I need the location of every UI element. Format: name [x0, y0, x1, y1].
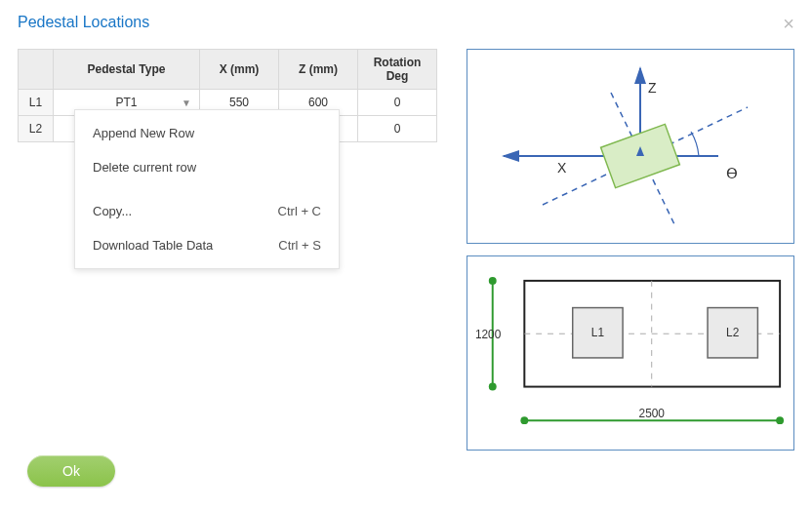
orientation-figure: X Z ϴ	[467, 49, 794, 244]
row-id: L1	[19, 90, 54, 116]
row-id: L2	[19, 116, 54, 142]
menu-label: Copy...	[93, 204, 132, 218]
ped1-label: L1	[591, 326, 605, 339]
context-menu: Append New Row Delete current row Copy..…	[74, 109, 340, 269]
axis-x-label: X	[557, 160, 567, 176]
close-icon[interactable]: ×	[783, 14, 794, 33]
ped2-label: L2	[726, 326, 739, 339]
menu-label: Append New Row	[93, 126, 194, 140]
plan-figure: 1200 2500 L1 L2	[467, 255, 794, 451]
menu-append-row[interactable]: Append New Row	[75, 116, 339, 150]
svg-point-8	[489, 383, 497, 391]
menu-shortcut: Ctrl + C	[278, 204, 321, 218]
menu-shortcut: Ctrl + S	[278, 238, 321, 253]
menu-label: Delete current row	[93, 160, 196, 175]
menu-label: Download Table Data	[93, 238, 213, 253]
svg-point-11	[776, 416, 784, 424]
svg-point-10	[520, 416, 528, 424]
cell-rotation[interactable]: 0	[358, 116, 437, 142]
col-corner	[19, 50, 54, 90]
chevron-down-icon[interactable]: ▼	[182, 98, 191, 108]
dialog-title: Pedestal Locations	[18, 14, 794, 31]
cell-rotation[interactable]: 0	[358, 90, 437, 116]
col-x[interactable]: X (mm)	[200, 50, 279, 90]
col-z[interactable]: Z (mm)	[279, 50, 358, 90]
menu-download[interactable]: Download Table Data Ctrl + S	[75, 228, 339, 262]
cell-value: PT1	[115, 96, 137, 109]
menu-copy[interactable]: Copy... Ctrl + C	[75, 194, 339, 228]
axis-theta-label: ϴ	[726, 165, 738, 181]
col-pedestal-type[interactable]: Pedestal Type	[54, 50, 200, 90]
axis-z-label: Z	[648, 80, 657, 96]
menu-delete-row[interactable]: Delete current row	[75, 150, 339, 184]
dim-height: 1200	[475, 328, 502, 341]
col-rotation[interactable]: Rotation Deg	[358, 50, 437, 90]
svg-point-7	[489, 277, 497, 285]
dim-width: 2500	[639, 407, 666, 420]
ok-button[interactable]: Ok	[27, 455, 115, 487]
